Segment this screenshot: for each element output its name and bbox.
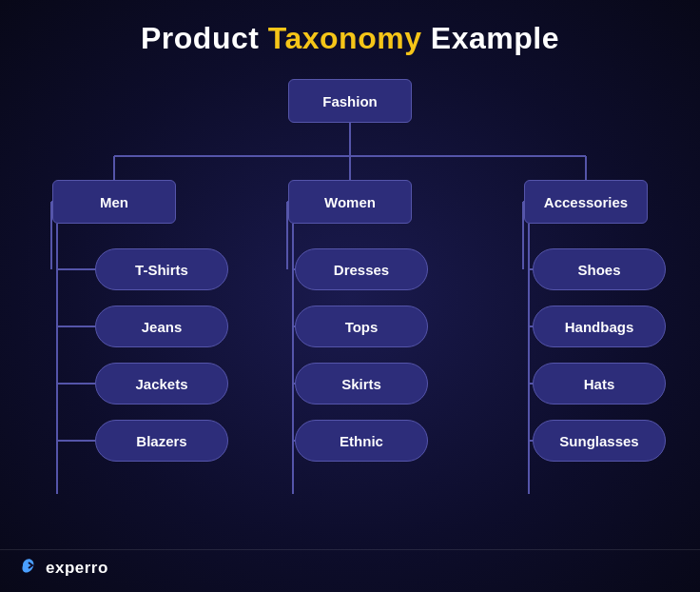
footer: experro [19,555,108,581]
node-fashion: Fashion [288,79,412,123]
brand-icon [19,555,40,581]
node-women: Women [288,180,412,224]
node-shoes: Shoes [533,248,666,290]
title-suffix: Example [421,21,559,55]
node-ethnic: Ethnic [295,420,428,462]
page-title: Product Taxonomy Example [0,0,700,66]
title-prefix: Product [141,21,268,55]
node-tops: Tops [295,306,428,347]
node-hats: Hats [533,363,666,405]
footer-divider [0,549,700,550]
node-blazers: Blazers [95,420,228,462]
brand-name: experro [46,559,108,578]
node-handbags: Handbags [533,306,666,347]
taxonomy-tree: Fashion Men Women Accessories T-Shirts J… [0,66,700,551]
node-jeans: Jeans [95,306,228,347]
node-tshirts: T-Shirts [95,248,228,290]
node-accessories: Accessories [524,180,648,224]
node-jackets: Jackets [95,363,228,405]
node-men: Men [52,180,176,224]
node-sunglasses: Sunglasses [533,420,666,462]
title-highlight: Taxonomy [268,21,422,55]
node-skirts: Skirts [295,363,428,405]
node-dresses: Dresses [295,248,428,290]
